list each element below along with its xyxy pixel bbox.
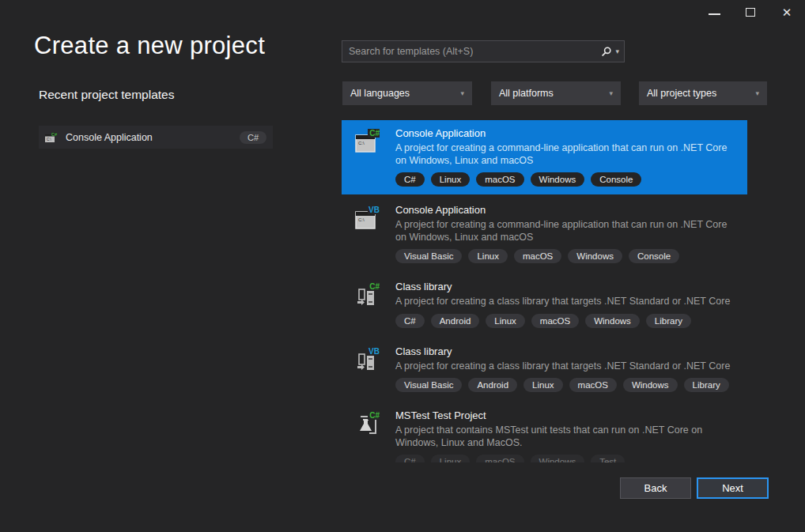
template-tag: Test	[591, 455, 625, 462]
template-tag: Console	[629, 249, 679, 263]
search-box: ▾	[342, 40, 625, 62]
window-controls: ✕	[696, 0, 805, 24]
template-tag: Windows	[531, 455, 585, 462]
project-type-filter-dropdown[interactable]: All project types ▾	[639, 81, 767, 105]
platform-filter-dropdown[interactable]: All platforms ▾	[491, 81, 621, 105]
template-list: C:\C#Console ApplicationA project for cr…	[342, 120, 747, 462]
template-tag: macOS	[569, 378, 617, 392]
back-button[interactable]: Back	[620, 477, 691, 499]
template-tag: Library	[646, 314, 691, 328]
template-tag: Linux	[468, 249, 508, 263]
template-tags: Visual BasicLinuxmacOSWindowsConsole	[395, 249, 739, 263]
template-tag: Linux	[431, 455, 471, 462]
template-tag: macOS	[531, 314, 579, 328]
template-title: Console Application	[395, 127, 739, 139]
template-item[interactable]: C:\VBConsole ApplicationA project for cr…	[342, 197, 747, 271]
minimize-button[interactable]	[696, 0, 732, 24]
template-tag: Windows	[623, 378, 678, 392]
recent-template-language-badge: C#	[240, 131, 266, 144]
template-tag: macOS	[476, 455, 523, 462]
template-tag: C#	[395, 455, 425, 462]
template-title: MSTest Test Project	[395, 409, 739, 421]
svg-text:C#: C#	[51, 131, 57, 136]
template-tag: Windows	[568, 249, 622, 263]
svg-text:VB: VB	[368, 347, 380, 356]
project-type-filter-label: All project types	[647, 88, 716, 99]
search-options-chevron-icon[interactable]: ▾	[615, 47, 619, 55]
minimize-icon	[709, 13, 720, 15]
template-tags: Visual BasicAndroidLinuxmacOSWindowsLibr…	[395, 378, 739, 392]
template-tag: Windows	[531, 172, 585, 187]
template-tag: Windows	[585, 314, 640, 328]
create-new-project-dialog: ✕ Create a new project ▾ All languages ▾…	[0, 0, 805, 532]
template-tag: Linux	[431, 172, 471, 187]
svg-text:C:\: C:\	[358, 217, 365, 222]
mstest-csharp-icon: C#	[354, 411, 380, 436]
svg-text:C#: C#	[369, 129, 380, 138]
template-item[interactable]: C#Class libraryA project for creating a …	[342, 274, 747, 336]
template-title: Class library	[395, 281, 739, 292]
recent-templates-heading: Recent project templates	[39, 88, 174, 102]
template-tag: macOS	[476, 172, 523, 187]
template-title: Class library	[395, 345, 739, 357]
template-tag: Android	[431, 314, 480, 328]
template-tag: Android	[468, 378, 517, 392]
library-vb-icon: VB	[354, 347, 380, 372]
template-tag: Library	[684, 378, 729, 392]
svg-text:C:\: C:\	[358, 141, 365, 145]
maximize-button[interactable]	[732, 0, 769, 24]
template-tag: Visual Basic	[395, 249, 462, 263]
template-item[interactable]: C#MSTest Test ProjectA project that cont…	[342, 402, 747, 462]
template-description: A project for creating a class library t…	[395, 360, 739, 373]
template-description: A project for creating a command-line ap…	[395, 219, 739, 243]
chevron-down-icon: ▾	[755, 89, 759, 97]
console-vb-icon: C:\VB	[354, 206, 380, 231]
search-input[interactable]	[342, 41, 601, 62]
platform-filter-label: All platforms	[499, 88, 554, 99]
svg-text:C#: C#	[369, 282, 380, 291]
console-recent-icon: C:\ C#	[43, 130, 58, 145]
close-button[interactable]: ✕	[769, 0, 805, 24]
template-description: A project for creating a command-line ap…	[395, 142, 739, 167]
template-tag: C#	[395, 314, 425, 328]
template-tag: C#	[395, 172, 425, 187]
next-button[interactable]: Next	[697, 477, 769, 499]
console-csharp-icon: C:\C#	[354, 129, 380, 154]
svg-text:VB: VB	[368, 206, 380, 214]
language-filter-dropdown[interactable]: All languages ▾	[342, 81, 472, 105]
template-tag: Console	[591, 172, 641, 187]
template-item[interactable]: VBClass libraryA project for creating a …	[342, 338, 747, 401]
library-csharp-icon: C#	[354, 282, 380, 308]
maximize-icon	[746, 8, 755, 17]
template-tag: macOS	[514, 249, 561, 263]
chevron-down-icon: ▾	[609, 89, 613, 97]
chevron-down-icon: ▾	[460, 89, 464, 97]
recent-template-title: Console Application	[66, 132, 240, 143]
close-icon: ✕	[782, 6, 792, 18]
template-tags: C#AndroidLinuxmacOSWindowsLibrary	[395, 314, 739, 328]
template-tags: C#LinuxmacOSWindowsTest	[395, 455, 739, 462]
template-description: A project for creating a class library t…	[395, 296, 739, 308]
page-title: Create a new project	[34, 32, 265, 60]
language-filter-label: All languages	[350, 88, 410, 99]
template-description: A project that contains MSTest unit test…	[395, 424, 739, 449]
template-tag: Linux	[523, 378, 563, 392]
recent-template-item[interactable]: C:\ C# Console Application C#	[39, 126, 273, 149]
svg-text:C:\: C:\	[47, 137, 52, 141]
template-tag: Visual Basic	[395, 378, 462, 392]
template-item[interactable]: C:\C#Console ApplicationA project for cr…	[342, 120, 747, 194]
template-tag: Linux	[486, 314, 525, 328]
search-icon[interactable]	[601, 46, 612, 57]
template-title: Console Application	[395, 204, 739, 216]
svg-text:C#: C#	[369, 411, 380, 420]
template-tags: C#LinuxmacOSWindowsConsole	[395, 172, 739, 187]
